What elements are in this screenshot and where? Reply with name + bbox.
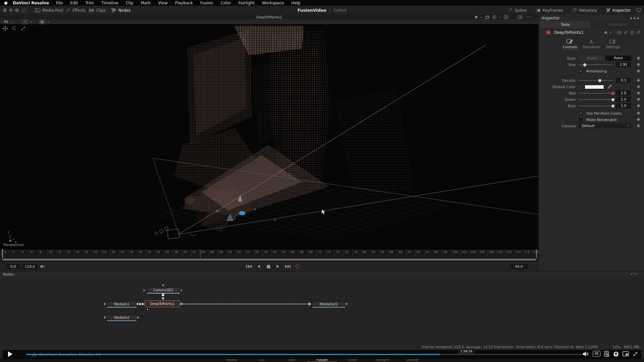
menu-item-clip[interactable]: Clip bbox=[122, 1, 137, 5]
density-keyframe-icon[interactable] bbox=[637, 79, 640, 82]
size-slider-thumb[interactable] bbox=[583, 63, 586, 66]
menu-item-trim[interactable]: Trim bbox=[82, 1, 98, 5]
subtab-settings[interactable]: Settings bbox=[605, 39, 620, 54]
red-value-field[interactable]: 1.0 bbox=[616, 90, 631, 96]
green-value-field[interactable]: 1.0 bbox=[616, 97, 631, 102]
player-captions-icon[interactable]: CC bbox=[593, 351, 600, 357]
node-copy-icon[interactable] bbox=[617, 31, 621, 35]
blue-slider[interactable] bbox=[579, 106, 613, 106]
size-slider[interactable] bbox=[579, 64, 613, 65]
default-color-swatch[interactable] bbox=[585, 85, 604, 89]
loop-button[interactable] bbox=[294, 263, 301, 269]
go-to-end-button[interactable] bbox=[285, 263, 291, 269]
nodes-panel-options-icon[interactable]: ••• bbox=[631, 272, 638, 276]
density-slider[interactable] bbox=[579, 80, 613, 81]
antialiasing-keyframe-icon[interactable] bbox=[637, 69, 640, 73]
clean-feed-icon[interactable] bbox=[636, 8, 641, 12]
menu-app-name[interactable]: DaVinci Resolve bbox=[13, 1, 49, 5]
antialiasing-checkbox[interactable]: ✓ bbox=[579, 69, 583, 73]
node-reset-icon[interactable]: ↺ bbox=[637, 31, 640, 34]
metadata-button[interactable]: Metadata bbox=[572, 8, 597, 13]
menu-item-view[interactable]: View bbox=[154, 1, 171, 5]
player-progress-track[interactable]: 1:58:24 bbox=[26, 354, 586, 355]
style-option-point[interactable]: Point bbox=[605, 56, 632, 61]
zoom-mode-label[interactable]: Fit bbox=[4, 20, 8, 24]
menu-item-fusion[interactable]: Fusion bbox=[197, 1, 217, 5]
node-camera3d2[interactable]: Camera3D2 bbox=[147, 287, 180, 294]
node-deeptopoints1[interactable]: DeepToPoints1 bbox=[145, 300, 180, 307]
keyframes-button[interactable]: Keyframes bbox=[535, 8, 563, 13]
tab-modifiers[interactable]: Modifiers bbox=[592, 21, 643, 28]
range-start-field[interactable]: 0.0 bbox=[6, 264, 20, 269]
per-point-colors-checkbox[interactable]: ✓ bbox=[579, 111, 583, 116]
channel-select-icon[interactable]: A bbox=[22, 20, 28, 24]
menu-item-mark[interactable]: Mark bbox=[137, 1, 155, 5]
pan-tool-icon[interactable] bbox=[3, 26, 8, 31]
density-slider-thumb[interactable] bbox=[598, 79, 601, 82]
node-color-dropdown-icon[interactable]: ▾ bbox=[610, 31, 611, 34]
viewer-led-dropdown-icon[interactable]: ▾ bbox=[481, 16, 482, 18]
timeline-scrollbar[interactable] bbox=[2, 258, 536, 261]
node-lock-icon[interactable] bbox=[630, 31, 634, 35]
view-layout-dropdown-icon[interactable]: ▾ bbox=[48, 20, 49, 23]
menu-item-timeline[interactable]: Timeline bbox=[98, 1, 122, 5]
tab-tools[interactable]: Tools bbox=[540, 21, 591, 28]
range-end-field[interactable]: 119.0 bbox=[22, 264, 38, 269]
player-pip-icon[interactable] bbox=[623, 351, 629, 356]
scale-tool-icon[interactable] bbox=[21, 26, 25, 31]
subtab-controls[interactable]: Controls bbox=[563, 39, 577, 54]
camera-dropdown[interactable]: Default ▾ bbox=[579, 123, 632, 128]
green-keyframe-icon[interactable] bbox=[637, 98, 640, 101]
view-layout-icon[interactable] bbox=[39, 20, 45, 24]
green-slider-thumb[interactable] bbox=[611, 98, 614, 101]
viewer-lut-dropdown-icon[interactable]: ▾ bbox=[499, 16, 501, 18]
spline-button[interactable]: Spline bbox=[508, 8, 527, 13]
inspector-button[interactable]: Inspector bbox=[606, 8, 631, 13]
play-button-transport[interactable] bbox=[275, 263, 281, 269]
menu-item-workspace[interactable]: Workspace bbox=[258, 1, 288, 5]
style-keyframe-icon[interactable] bbox=[637, 57, 640, 60]
zoom-dropdown-icon[interactable]: ▾ bbox=[11, 20, 12, 23]
menu-item-edit[interactable]: Edit bbox=[66, 1, 82, 5]
blue-value-field[interactable]: 1.0 bbox=[616, 103, 631, 108]
subtab-transform[interactable]: Transform bbox=[583, 39, 600, 54]
menu-item-fairlight[interactable]: Fairlight bbox=[235, 1, 258, 5]
audio-mute-icon[interactable] bbox=[40, 264, 45, 269]
green-slider[interactable] bbox=[579, 99, 613, 100]
step-back-button[interactable] bbox=[256, 263, 262, 269]
player-settings-icon[interactable] bbox=[613, 351, 619, 357]
node-mediain1[interactable]: MediaIn1 bbox=[107, 301, 137, 308]
timeline-ruler[interactable]: 0246810121416182022242628303234363840424… bbox=[0, 249, 538, 258]
menu-item-color[interactable]: Color bbox=[217, 1, 235, 5]
node-mediain2[interactable]: MediaIn2 bbox=[107, 315, 137, 321]
viewer-layers-icon[interactable] bbox=[485, 15, 489, 19]
eyedropper-icon[interactable] bbox=[607, 84, 612, 89]
viewport-3d[interactable]: Y Perspective bbox=[0, 24, 538, 249]
current-frame-field[interactable]: 44.0 bbox=[510, 264, 528, 269]
density-value-field[interactable]: 0.3 bbox=[616, 78, 631, 83]
per-point-keyframe-icon[interactable] bbox=[637, 112, 640, 115]
timeline-playhead[interactable] bbox=[200, 249, 201, 258]
make-renderable-keyframe-icon[interactable] bbox=[637, 118, 640, 121]
apple-menu-icon[interactable] bbox=[4, 1, 8, 5]
menu-item-playback[interactable]: Playback bbox=[171, 1, 197, 5]
node-mediaout1[interactable]: MediaOut1 bbox=[312, 301, 345, 308]
go-to-start-button[interactable] bbox=[246, 263, 252, 269]
rotate-tool-icon[interactable] bbox=[12, 26, 17, 31]
blue-slider-thumb[interactable] bbox=[611, 105, 614, 108]
red-keyframe-icon[interactable] bbox=[637, 92, 640, 95]
default-color-keyframe-icon[interactable] bbox=[637, 85, 640, 88]
node-color-icon[interactable] bbox=[604, 31, 607, 34]
make-renderable-checkbox[interactable]: ✓ bbox=[579, 117, 583, 122]
camera-keyframe-icon[interactable] bbox=[637, 124, 640, 128]
player-transcript-icon[interactable] bbox=[604, 351, 609, 357]
channel-dropdown-icon[interactable]: ▾ bbox=[31, 20, 32, 23]
player-volume-icon[interactable] bbox=[583, 351, 589, 357]
node-enable-toggle[interactable] bbox=[543, 31, 551, 35]
view-mode-label[interactable]: Perspective bbox=[3, 243, 24, 247]
style-option-cross[interactable]: Cross bbox=[579, 56, 605, 61]
blue-keyframe-icon[interactable] bbox=[637, 104, 640, 108]
red-slider[interactable] bbox=[579, 93, 613, 94]
menu-item-help[interactable]: Help bbox=[288, 1, 304, 5]
viewer-lut-icon[interactable] bbox=[492, 15, 496, 19]
